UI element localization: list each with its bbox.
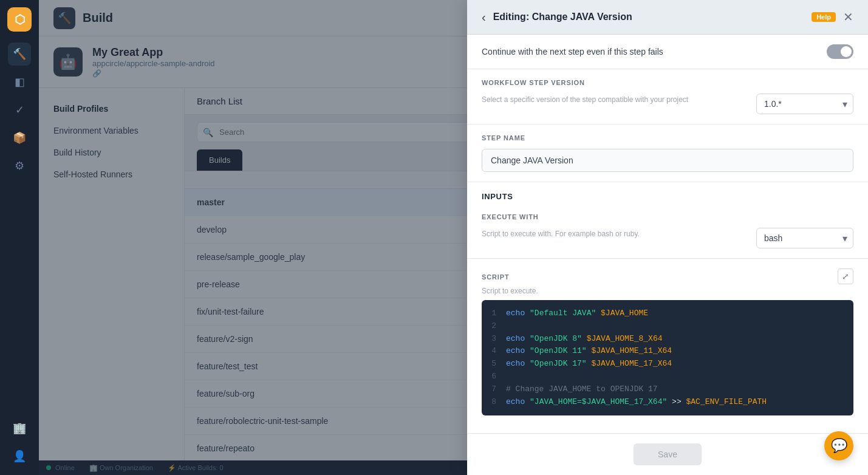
execute-with-desc: Script to execute with. For example bash… bbox=[482, 230, 640, 238]
drawer-footer: Save bbox=[467, 433, 868, 475]
main-content: 🔨 Build 🤖 My Great App appcircle/appcirc… bbox=[39, 0, 868, 475]
code-line-2: 2 bbox=[482, 320, 853, 333]
expand-icon: ⤢ bbox=[842, 272, 849, 281]
workflows-icon: ⚙ bbox=[15, 159, 24, 173]
version-select-wrapper: 1.0.* 1.1.* latest bbox=[756, 94, 853, 114]
drawer-body: Continue with the next step even if this… bbox=[467, 35, 868, 433]
toggle-knob bbox=[841, 46, 852, 57]
drawer-title: Editing: Change JAVA Version bbox=[493, 12, 804, 22]
sidebar-item-deploy[interactable]: 📦 bbox=[8, 126, 31, 149]
testing-icon: ✓ bbox=[15, 103, 24, 117]
toggle-row: Continue with the next step even if this… bbox=[467, 35, 868, 69]
script-section: SCRIPT ⤢ Script to execute. 1 echo "Defa… bbox=[467, 259, 868, 425]
script-expand-button[interactable]: ⤢ bbox=[838, 268, 853, 284]
code-line-5: 5 echo "OpenJDK 17" $JAVA_HOME_17_X64 bbox=[482, 358, 853, 371]
code-line-6: 6 bbox=[482, 371, 853, 383]
code-line-7: 7 # Change JAVA_HOME to OPENJDK 17 bbox=[482, 383, 853, 396]
version-desc: Select a specific version of the step co… bbox=[482, 95, 688, 104]
close-icon: ✕ bbox=[843, 10, 853, 24]
chat-icon: 💬 bbox=[831, 438, 847, 454]
sidebar: ⬡ 🔨 ◧ ✓ 📦 ⚙ 🏢 👤 bbox=[0, 0, 39, 475]
editing-drawer: ‹ Editing: Change JAVA Version Help ✕ Co… bbox=[467, 0, 868, 475]
inputs-header: INPUTS bbox=[467, 182, 868, 203]
continue-toggle[interactable] bbox=[827, 44, 853, 59]
code-line-4: 4 echo "OpenJDK 11" $JAVA_HOME_11_X64 bbox=[482, 345, 853, 358]
step-name-input[interactable] bbox=[482, 149, 853, 172]
save-button[interactable]: Save bbox=[634, 443, 702, 465]
workflow-version-section: WORKFLOW STEP VERSION Select a specific … bbox=[467, 69, 868, 125]
sidebar-item-workflows[interactable]: ⚙ bbox=[8, 154, 31, 177]
layers-icon: ◧ bbox=[15, 75, 25, 89]
script-desc: Script to execute. bbox=[482, 287, 853, 295]
user-icon: 👤 bbox=[13, 449, 26, 463]
deploy-icon: 📦 bbox=[13, 131, 26, 145]
sidebar-item-testing[interactable]: ✓ bbox=[8, 98, 31, 121]
version-select[interactable]: 1.0.* 1.1.* latest bbox=[756, 94, 853, 114]
help-badge[interactable]: Help bbox=[812, 12, 836, 22]
script-label: SCRIPT bbox=[482, 273, 510, 281]
step-name-label: STEP NAME bbox=[467, 125, 868, 144]
execute-with-label: EXECUTE WITH bbox=[467, 203, 868, 223]
back-button[interactable]: ‹ bbox=[482, 10, 486, 24]
sidebar-item-build[interactable]: 🔨 bbox=[8, 43, 31, 66]
logo[interactable]: ⬡ bbox=[7, 7, 32, 32]
execute-select-wrapper: bash ruby sh bbox=[756, 228, 853, 248]
execute-row: Script to execute with. For example bash… bbox=[467, 223, 868, 259]
build-icon: 🔨 bbox=[13, 47, 26, 61]
back-icon: ‹ bbox=[482, 10, 486, 24]
code-line-8: 8 echo "JAVA_HOME=$JAVA_HOME_17_X64" >> … bbox=[482, 396, 853, 409]
org-icon: 🏢 bbox=[13, 422, 26, 435]
script-header: SCRIPT ⤢ bbox=[482, 268, 853, 284]
inputs-section: INPUTS EXECUTE WITH Script to execute wi… bbox=[467, 182, 868, 425]
sidebar-item-org[interactable]: 🏢 bbox=[8, 417, 31, 440]
logo-icon: ⬡ bbox=[15, 12, 25, 27]
code-line-3: 3 echo "OpenJDK 8" $JAVA_HOME_8_X64 bbox=[482, 333, 853, 346]
toggle-label: Continue with the next step even if this… bbox=[482, 47, 663, 56]
sidebar-item-user[interactable]: 👤 bbox=[8, 445, 31, 468]
step-name-field-row bbox=[467, 144, 868, 182]
code-editor[interactable]: 1 echo "Default JAVA" $JAVA_HOME 2 3 ech… bbox=[482, 300, 853, 415]
close-button[interactable]: ✕ bbox=[843, 10, 853, 24]
code-line-1: 1 echo "Default JAVA" $JAVA_HOME bbox=[482, 307, 853, 320]
sidebar-item-layers[interactable]: ◧ bbox=[8, 70, 31, 94]
step-name-section: STEP NAME bbox=[467, 125, 868, 182]
execute-with-select[interactable]: bash ruby sh bbox=[756, 228, 853, 248]
drawer-header: ‹ Editing: Change JAVA Version Help ✕ bbox=[467, 0, 868, 35]
workflow-version-label: WORKFLOW STEP VERSION bbox=[467, 69, 868, 89]
chat-fab-button[interactable]: 💬 bbox=[824, 431, 853, 460]
version-row: Select a specific version of the step co… bbox=[467, 89, 868, 125]
